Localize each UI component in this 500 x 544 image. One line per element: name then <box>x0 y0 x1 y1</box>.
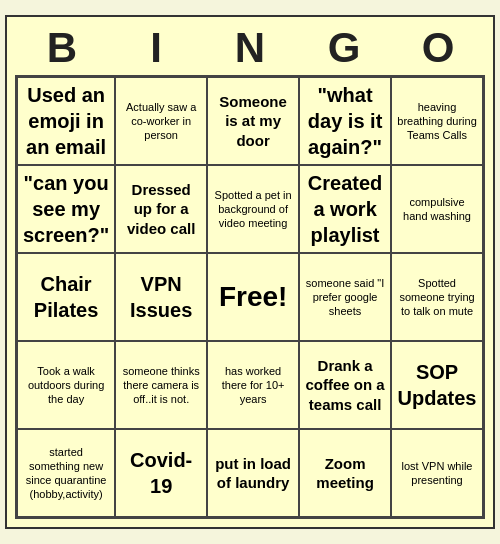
bingo-cell[interactable]: Used an emoji in an email <box>17 77 115 165</box>
cell-text: SOP Updates <box>397 359 477 411</box>
bingo-cell[interactable]: Chair Pilates <box>17 253 115 341</box>
cell-text: Chair Pilates <box>23 271 109 323</box>
letter-o: O <box>393 25 483 71</box>
bingo-card: B I N G O Used an emoji in an emailActua… <box>5 15 495 529</box>
bingo-cell[interactable]: Free! <box>207 253 299 341</box>
cell-text: "what day is it again?" <box>305 82 385 160</box>
bingo-cell[interactable]: Spotted a pet in background of video mee… <box>207 165 299 253</box>
bingo-cell[interactable]: lost VPN while presenting <box>391 429 483 517</box>
cell-text: someone said "I prefer google sheets <box>305 276 385 319</box>
bingo-cell[interactable]: compulsive hand washing <box>391 165 483 253</box>
bingo-cell[interactable]: put in load of laundry <box>207 429 299 517</box>
cell-text: Zoom meeting <box>305 454 385 493</box>
letter-g: G <box>299 25 389 71</box>
bingo-cell[interactable]: SOP Updates <box>391 341 483 429</box>
letter-n: N <box>205 25 295 71</box>
bingo-cell[interactable]: Spotted someone trying to talk on mute <box>391 253 483 341</box>
bingo-cell[interactable]: someone thinks there camera is off..it i… <box>115 341 207 429</box>
cell-text: put in load of laundry <box>213 454 293 493</box>
cell-text: Dressed up for a video call <box>121 180 201 239</box>
letter-b: B <box>17 25 107 71</box>
bingo-cell[interactable]: Someone is at my door <box>207 77 299 165</box>
bingo-cell[interactable]: Actually saw a co-worker in person <box>115 77 207 165</box>
cell-text: Someone is at my door <box>213 92 293 151</box>
letter-i: I <box>111 25 201 71</box>
cell-text: Free! <box>219 279 287 315</box>
cell-text: started something new since quarantine (… <box>23 445 109 502</box>
cell-text: Spotted someone trying to talk on mute <box>397 276 477 319</box>
cell-text: VPN Issues <box>121 271 201 323</box>
cell-text: "can you see my screen?" <box>23 170 109 248</box>
cell-text: has worked there for 10+ years <box>213 364 293 407</box>
cell-text: Took a walk outdoors during the day <box>23 364 109 407</box>
bingo-cell[interactable]: has worked there for 10+ years <box>207 341 299 429</box>
cell-text: lost VPN while presenting <box>397 459 477 488</box>
bingo-cell[interactable]: VPN Issues <box>115 253 207 341</box>
bingo-cell[interactable]: Took a walk outdoors during the day <box>17 341 115 429</box>
cell-text: Used an emoji in an email <box>23 82 109 160</box>
bingo-cell[interactable]: Drank a coffee on a teams call <box>299 341 391 429</box>
bingo-cell[interactable]: Zoom meeting <box>299 429 391 517</box>
bingo-cell[interactable]: heaving breathing during Teams Calls <box>391 77 483 165</box>
bingo-cell[interactable]: started something new since quarantine (… <box>17 429 115 517</box>
cell-text: someone thinks there camera is off..it i… <box>121 364 201 407</box>
bingo-cell[interactable]: "what day is it again?" <box>299 77 391 165</box>
cell-text: heaving breathing during Teams Calls <box>397 100 477 143</box>
cell-text: Covid-19 <box>121 447 201 499</box>
bingo-header: B I N G O <box>15 25 485 71</box>
bingo-cell[interactable]: "can you see my screen?" <box>17 165 115 253</box>
cell-text: Drank a coffee on a teams call <box>305 356 385 415</box>
bingo-cell[interactable]: someone said "I prefer google sheets <box>299 253 391 341</box>
cell-text: Actually saw a co-worker in person <box>121 100 201 143</box>
cell-text: compulsive hand washing <box>397 195 477 224</box>
cell-text: Created a work playlist <box>305 170 385 248</box>
bingo-cell[interactable]: Created a work playlist <box>299 165 391 253</box>
bingo-cell[interactable]: Covid-19 <box>115 429 207 517</box>
bingo-cell[interactable]: Dressed up for a video call <box>115 165 207 253</box>
cell-text: Spotted a pet in background of video mee… <box>213 188 293 231</box>
bingo-grid: Used an emoji in an emailActually saw a … <box>15 75 485 519</box>
